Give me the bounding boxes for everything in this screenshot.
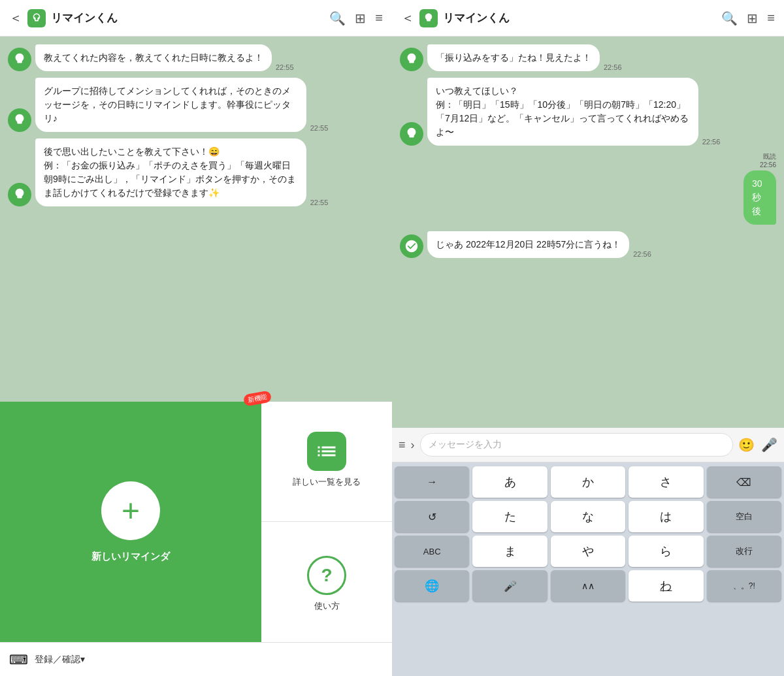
left-panel: ＜ リマインくん 🔍 ⊞ ≡ 教えてくれた内容を，教えてくれた日時に教えるよ！ … (0, 0, 392, 676)
left-header-actions: 🔍 ⊞ ≡ (329, 10, 383, 26)
left-bottom-bar: 新機能 + 新しいリマインダ 詳しい一覧を見る ? 使い方 (0, 402, 392, 676)
right-bubble-2: いつ教えてほしい？例：「明日」「15時」「10分後」「明日の朝7時」「12:20… (427, 78, 698, 146)
key-ma[interactable]: ま (472, 536, 547, 567)
key-arrow[interactable]: → (395, 466, 469, 498)
left-back-button[interactable]: ＜ (9, 9, 22, 27)
left-chat-area: 教えてくれた内容を，教えてくれた日時に教えるよ！ 22:55 グループに招待して… (0, 37, 392, 402)
message-row-3: 後で思い出したいことを教えて下さい！😄例：「お金の振り込み」「ポチのえさを買う」… (8, 138, 384, 206)
key-ra[interactable]: ら (629, 536, 703, 567)
help-menu-label: 使い方 (314, 600, 340, 612)
bottom-main-area: + 新しいリマインダ 詳しい一覧を見る ? 使い方 (0, 402, 392, 642)
chevron-right-icon[interactable]: › (411, 438, 415, 452)
register-confirm-label[interactable]: 登録／確認▾ (35, 654, 85, 666)
right-ts-4: 22:56 (633, 250, 651, 258)
key-ha[interactable]: は (629, 501, 703, 532)
right-chat-area: 「振り込みをする」たね！見えたよ！ 22:56 いつ教えてほしい？例：「明日」「… (392, 37, 784, 428)
right-menu-section: 詳しい一覧を見る ? 使い方 (261, 402, 392, 642)
key-na[interactable]: な (551, 501, 625, 532)
left-grid-icon[interactable]: ⊞ (355, 10, 366, 26)
key-globe[interactable]: 🌐 (395, 570, 469, 602)
message-placeholder: メッセージを入力 (429, 439, 502, 451)
right-back-button[interactable]: ＜ (401, 9, 414, 27)
new-reminder-button[interactable]: + (101, 481, 160, 540)
menu-divider (261, 521, 392, 522)
left-search-icon[interactable]: 🔍 (329, 10, 346, 26)
left-input-bar: ⌨ 登録／確認▾ (0, 642, 392, 676)
message-bubble-3: 後で思い出したいことを教えて下さい！😄例：「お金の振り込み」「ポチのえさを買う」… (35, 138, 306, 206)
right-msg-4: じゃあ 2022年12月20日 22時57分に言うね！ 22:56 (400, 231, 776, 258)
left-header: ＜ リマインくん 🔍 ⊞ ≡ (0, 0, 392, 37)
right-bot-avatar-2 (400, 122, 423, 146)
right-msg-1: 「振り込みをする」たね！見えたよ！ 22:56 (400, 44, 776, 71)
new-reminder-label: 新しいリマインダ (91, 551, 170, 563)
right-ts-2: 22:56 (702, 138, 721, 146)
right-header: ＜ リマインくん 🔍 ⊞ ≡ (392, 0, 784, 37)
mic-icon[interactable]: 🎤 (761, 437, 777, 453)
right-bot-avatar-1 (400, 48, 423, 71)
left-bot-avatar (27, 9, 46, 27)
list-icon-box (307, 432, 346, 471)
key-ka[interactable]: か (551, 466, 625, 498)
key-ya[interactable]: や (551, 536, 625, 567)
right-bot-avatar-4 (400, 234, 423, 258)
right-msg-3: 既読22:56 30秒後 (400, 152, 776, 225)
message-input-field[interactable]: メッセージを入力 (420, 433, 733, 457)
list-menu-item[interactable]: 詳しい一覧を見る (293, 432, 361, 488)
right-search-icon[interactable]: 🔍 (721, 10, 738, 26)
timestamp-1: 22:55 (276, 63, 294, 71)
timestamp-3: 22:55 (310, 199, 329, 206)
key-enter[interactable]: 改行 (707, 536, 781, 567)
new-reminder-section: + 新しいリマインダ (0, 402, 261, 642)
left-menu-icon[interactable]: ≡ (375, 10, 383, 26)
right-menu-icon[interactable]: ≡ (767, 10, 775, 26)
read-label: 既読22:56 (760, 152, 776, 169)
hamburger-icon[interactable]: ≡ (399, 438, 406, 452)
right-grid-icon[interactable]: ⊞ (747, 10, 758, 26)
help-icon: ? (307, 556, 346, 595)
key-punct[interactable]: 、。?! (707, 570, 781, 602)
right-bubble-1: 「振り込みをする」たね！見えたよ！ (427, 44, 600, 71)
keyboard-icon[interactable]: ⌨ (9, 652, 28, 668)
right-header-actions: 🔍 ⊞ ≡ (721, 10, 775, 26)
keyboard-row-3: ABC ま や ら 改行 (395, 536, 781, 567)
key-caret[interactable]: ∧∧ (551, 570, 625, 602)
right-panel: ＜ リマインくん 🔍 ⊞ ≡ 「振り込みをする」たね！見えたよ！ 22:56 い… (392, 0, 784, 676)
message-bubble-1: 教えてくれた内容を，教えてくれた日時に教えるよ！ (35, 44, 272, 71)
bot-avatar-1 (8, 48, 31, 71)
emoji-icon[interactable]: 🙂 (738, 437, 755, 453)
right-bottom-bar: ≡ › メッセージを入力 🙂 🎤 → あ か さ ⌫ ↺ た (392, 428, 784, 676)
right-bot-avatar (419, 9, 438, 27)
right-bubble-4: じゃあ 2022年12月20日 22時57分に言うね！ (427, 231, 629, 258)
right-msg-2: いつ教えてほしい？例：「明日」「15時」「10分後」「明日の朝7時」「12:20… (400, 78, 776, 146)
bot-avatar-3 (8, 183, 31, 206)
key-undo[interactable]: ↺ (395, 501, 469, 532)
key-abc[interactable]: ABC (395, 536, 469, 567)
key-backspace[interactable]: ⌫ (707, 466, 781, 498)
help-menu-item[interactable]: ? 使い方 (307, 556, 346, 612)
key-space[interactable]: 空白 (707, 501, 781, 532)
message-bubble-2: グループに招待してメンションしてくれれば，そのときのメッセージを，その日時にリマ… (35, 78, 306, 132)
timestamp-2: 22:55 (310, 124, 329, 132)
key-a[interactable]: あ (472, 466, 547, 498)
keyboard-row-2: ↺ た な は 空白 (395, 501, 781, 532)
right-ts-1: 22:56 (604, 63, 622, 71)
keyboard-row-1: → あ か さ ⌫ (395, 466, 781, 498)
right-chat-title: リマインくん (443, 10, 716, 25)
keyboard-row-4: 🌐 🎤 ∧∧ わ 、。?! (395, 570, 781, 602)
key-wa[interactable]: わ (629, 570, 703, 602)
bot-avatar-2 (8, 108, 31, 132)
keyboard-area: → あ か さ ⌫ ↺ た な は 空白 ABC ま や ら 改行 (392, 462, 784, 676)
right-bubble-3: 30秒後 (743, 170, 776, 225)
key-ta[interactable]: た (472, 501, 547, 532)
input-actions: 🙂 🎤 (738, 437, 777, 453)
left-chat-title: リマインくん (51, 10, 324, 25)
key-sa[interactable]: さ (629, 466, 703, 498)
message-row-2: グループに招待してメンションしてくれれば，そのときのメッセージを，その日時にリマ… (8, 78, 384, 132)
message-row-1: 教えてくれた内容を，教えてくれた日時に教えるよ！ 22:55 (8, 44, 384, 71)
message-input-row: ≡ › メッセージを入力 🙂 🎤 (392, 428, 784, 462)
key-mic[interactable]: 🎤 (472, 570, 547, 602)
list-menu-label: 詳しい一覧を見る (293, 476, 361, 488)
